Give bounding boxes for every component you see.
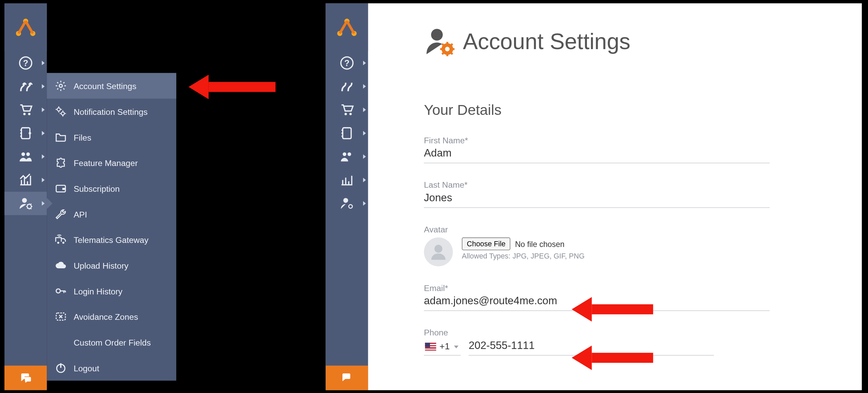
phone-country-selector[interactable]: +1 <box>424 339 461 356</box>
cloud-upload-icon <box>55 259 67 271</box>
sidebar-item-addressbook[interactable] <box>4 122 47 145</box>
sidebar-chat-button[interactable] <box>326 366 368 390</box>
analytics-icon <box>18 173 33 187</box>
svg-rect-17 <box>62 188 65 190</box>
flyout-item-feature-manager[interactable]: Feature Manager <box>47 150 176 176</box>
flyout-label: Account Settings <box>74 81 136 90</box>
flyout-item-api[interactable]: API <box>47 201 176 227</box>
first-name-input[interactable] <box>424 145 770 163</box>
app-logo[interactable] <box>4 3 47 51</box>
sidebar-item-analytics[interactable] <box>326 168 368 192</box>
first-name-label: First Name* <box>424 136 770 145</box>
svg-rect-7 <box>21 128 30 139</box>
truck-icon <box>55 233 67 246</box>
svg-rect-30 <box>343 128 351 139</box>
sidebar-item-help[interactable]: ? <box>4 51 47 75</box>
route-logo-icon <box>13 15 38 39</box>
last-name-input[interactable] <box>424 189 770 208</box>
flyout-label: Subscription <box>74 184 120 193</box>
page-title-text: Account Settings <box>463 29 630 54</box>
annotation-arrow-menu <box>189 76 276 98</box>
svg-point-35 <box>431 29 443 41</box>
flyout-label: Custom Order Fields <box>74 337 151 347</box>
last-name-label: Last Name* <box>424 180 770 189</box>
right-frame: ? Account Settings Your Details <box>326 3 862 390</box>
chevron-down-icon <box>454 345 458 348</box>
svg-point-31 <box>343 152 347 156</box>
flyout-label: Logout <box>74 363 99 373</box>
annotation-arrow-phone <box>572 347 653 369</box>
team-icon <box>340 149 354 164</box>
flyout-label: Login History <box>74 286 122 296</box>
wallet-icon <box>55 182 67 194</box>
sidebar-rail-right: ? <box>326 3 368 390</box>
flyout-item-avoidance-zones[interactable]: Avoidance Zones <box>47 304 176 330</box>
annotation-arrow-email <box>572 298 653 320</box>
flyout-item-login-history[interactable]: Login History <box>47 278 176 304</box>
flyout-item-upload-history[interactable]: Upload History <box>47 252 176 278</box>
sidebar-item-routes[interactable] <box>326 75 368 98</box>
phone-country-code: +1 <box>439 342 450 352</box>
cart-icon <box>340 103 354 117</box>
flyout-item-logout[interactable]: Logout <box>47 355 176 381</box>
sidebar-item-team[interactable] <box>4 145 47 168</box>
analytics-icon <box>340 173 354 187</box>
sidebar-item-analytics[interactable] <box>4 168 47 192</box>
user-gear-icon <box>18 196 33 211</box>
account-flyout-menu: Account Settings Notification Settings F… <box>47 73 176 380</box>
team-icon <box>18 149 33 164</box>
sidebar-item-addressbook[interactable] <box>326 122 368 145</box>
svg-point-18 <box>57 242 59 244</box>
flyout-item-custom-order-fields[interactable]: Custom Order Fields <box>47 329 176 355</box>
flyout-item-telematics[interactable]: Telematics Gateway <box>47 227 176 253</box>
svg-point-5 <box>23 113 26 115</box>
account-settings-page: Account Settings Your Details First Name… <box>368 3 862 390</box>
svg-point-37 <box>445 47 450 51</box>
flyout-label: Feature Manager <box>74 158 138 167</box>
svg-point-20 <box>56 289 60 293</box>
zone-x-icon <box>55 310 67 323</box>
wrench-icon <box>55 208 67 220</box>
avatar-silhouette-icon <box>429 243 448 262</box>
phone-label: Phone <box>424 328 770 337</box>
flyout-item-notification-settings[interactable]: Notification Settings <box>47 99 176 124</box>
sidebar-item-orders[interactable] <box>326 98 368 122</box>
flyout-item-account-settings[interactable]: Account Settings <box>47 73 176 99</box>
flyout-label: Telematics Gateway <box>74 235 149 244</box>
sidebar-item-routes[interactable] <box>4 75 47 98</box>
flyout-label: Upload History <box>74 261 129 270</box>
svg-text:?: ? <box>23 58 28 68</box>
us-flag-icon <box>425 343 436 351</box>
power-icon <box>55 362 67 374</box>
flyout-label: Avoidance Zones <box>74 312 138 321</box>
avatar-label: Avatar <box>424 225 770 234</box>
sidebar-item-orders[interactable] <box>4 98 47 122</box>
svg-point-9 <box>21 152 25 156</box>
app-logo[interactable] <box>326 3 368 51</box>
key-icon <box>55 285 67 297</box>
puzzle-icon <box>55 157 67 169</box>
flyout-label: Notification Settings <box>74 107 147 116</box>
svg-point-28 <box>344 113 347 115</box>
user-gear-large-icon <box>424 26 455 57</box>
sidebar-item-account[interactable] <box>326 192 368 215</box>
svg-point-13 <box>59 84 62 87</box>
flyout-label: API <box>74 209 87 219</box>
choose-file-button[interactable]: Choose File <box>462 237 511 250</box>
flyout-item-files[interactable]: Files <box>47 124 176 150</box>
left-frame: ? <box>4 3 321 390</box>
help-icon: ? <box>18 56 33 70</box>
sidebar-item-account[interactable] <box>4 192 47 215</box>
last-name-field: Last Name* <box>424 180 770 208</box>
avatar-placeholder <box>424 237 453 267</box>
chat-icon <box>340 371 353 385</box>
help-icon: ? <box>340 56 354 70</box>
sidebar-item-team[interactable] <box>326 145 368 168</box>
addressbook-icon <box>340 126 354 141</box>
sidebar-rail-left: ? <box>4 3 47 390</box>
svg-point-38 <box>434 245 442 253</box>
sidebar-chat-button[interactable] <box>4 366 47 390</box>
sidebar-item-help[interactable]: ? <box>326 51 368 75</box>
flyout-item-subscription[interactable]: Subscription <box>47 175 176 201</box>
chat-icon <box>19 371 32 385</box>
